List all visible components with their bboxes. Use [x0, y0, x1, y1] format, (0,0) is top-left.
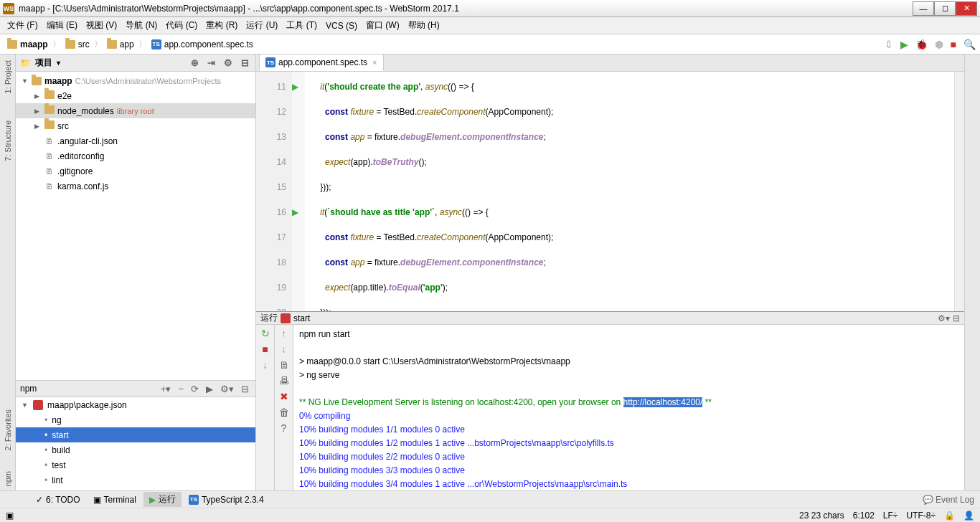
trash-button[interactable]: 🗑: [279, 407, 289, 418]
folder-icon: [32, 77, 42, 85]
structure-tool-button[interactable]: 7: Structure: [4, 118, 12, 164]
event-log-button[interactable]: 💬 Event Log: [923, 495, 974, 505]
settings-button[interactable]: ⚙: [222, 57, 235, 68]
breadcrumb-segment[interactable]: src: [62, 38, 93, 51]
npm-script-item[interactable]: •build: [16, 442, 255, 457]
tree-item[interactable]: 🗎.editorconfig: [16, 148, 255, 163]
tree-item[interactable]: 🗎karma.conf.js: [16, 179, 255, 194]
down-button[interactable]: ↓: [263, 359, 268, 371]
scroll-from-source-button[interactable]: ⊕: [189, 57, 201, 68]
clear-button[interactable]: ✖: [280, 391, 288, 402]
menu-item[interactable]: 帮助 (H): [405, 18, 443, 33]
tree-item[interactable]: ▶e2e: [16, 88, 255, 103]
npm-tool-button[interactable]: npm: [4, 468, 12, 489]
menu-item[interactable]: 运行 (U): [243, 18, 281, 33]
readonly-lock-icon[interactable]: 🔒: [944, 511, 955, 521]
chevron-right-icon: 〉: [52, 38, 61, 50]
rerun-button[interactable]: ↻: [261, 328, 270, 339]
tab-icon: ▶: [149, 495, 156, 505]
build-button[interactable]: ⇩: [885, 39, 893, 50]
npm-tree[interactable]: ▼ maapp\package.json •ng•start•build•tes…: [16, 397, 255, 490]
npm-script-item[interactable]: •start: [16, 427, 255, 442]
run-gutter[interactable]: ▶ ▶: [292, 72, 305, 311]
minimize-button[interactable]: —: [913, 1, 934, 16]
project-tool-button[interactable]: 1: Project: [4, 57, 12, 96]
breadcrumb-segment[interactable]: app: [104, 38, 137, 51]
bottom-tab[interactable]: ✓6: TODO: [30, 492, 86, 507]
favorites-tool-button[interactable]: 2: Favorites: [4, 407, 12, 453]
bottom-tab[interactable]: ▣Terminal: [88, 492, 142, 507]
status-bar: ✓6: TODO▣Terminal▶运行TSTypeScript 2.3.4 💬…: [0, 490, 980, 508]
status-bar-2: ▣ 23 23 chars 6:102 LF÷ UTF-8÷ 🔒 👤: [0, 508, 980, 522]
npm-refresh-button[interactable]: ⟳: [189, 384, 201, 394]
menu-item[interactable]: 工具 (T): [283, 18, 320, 33]
menu-item[interactable]: 文件 (F): [4, 18, 41, 33]
npm-remove-button[interactable]: −: [176, 384, 186, 394]
search-button[interactable]: 🔍: [963, 39, 976, 50]
folder-icon: [7, 40, 17, 49]
npm-root[interactable]: ▼ maapp\package.json: [16, 397, 255, 412]
tree-item[interactable]: 🗎.gitignore: [16, 163, 255, 179]
breadcrumb-segment[interactable]: maapp: [4, 38, 51, 51]
breadcrumb-segment[interactable]: TSapp.component.spec.ts: [149, 38, 256, 51]
npm-script-item[interactable]: •ng: [16, 412, 255, 427]
menu-item[interactable]: 视图 (V): [83, 18, 120, 33]
close-button[interactable]: ✕: [956, 1, 977, 16]
stop-process-button[interactable]: ■: [262, 343, 268, 355]
line-separator[interactable]: LF÷: [883, 511, 898, 521]
bottom-tab[interactable]: ▶运行: [143, 492, 182, 507]
debug-button[interactable]: 🐞: [915, 39, 928, 50]
npm-add-button[interactable]: +▾: [159, 384, 174, 394]
ts-icon: TS: [151, 39, 161, 49]
run-hide-button[interactable]: ⊟: [953, 313, 960, 323]
editor-tab[interactable]: TS app.component.spec.ts ×: [259, 54, 384, 71]
titlebar: WS maapp - [C:\Users\Administrator\Webst…: [0, 0, 980, 17]
project-tree[interactable]: ▼ maapp C:\Users\Administrator\WebstormP…: [16, 72, 255, 380]
tree-root[interactable]: ▼ maapp C:\Users\Administrator\WebstormP…: [16, 73, 255, 88]
code-editor[interactable]: 11121314151617181920 ▶ ▶ it('should crea…: [256, 72, 964, 311]
menu-item[interactable]: 编辑 (E): [44, 18, 80, 33]
coverage-button[interactable]: ⬢: [935, 39, 943, 50]
tree-item[interactable]: 🗎.angular-cli.json: [16, 133, 255, 148]
run-settings-button[interactable]: ⚙▾: [938, 313, 950, 323]
folder-icon: [44, 90, 55, 101]
collapse-all-button[interactable]: ⇥: [205, 57, 217, 68]
bottom-tab[interactable]: TSTypeScript 2.3.4: [183, 492, 270, 507]
stop-button[interactable]: ■: [951, 39, 956, 50]
npm-run-button[interactable]: ▶: [204, 384, 215, 394]
file-icon: 🗎: [44, 151, 55, 161]
console-output[interactable]: npm run start > maapp@0.0.0 start C:\Use…: [293, 325, 964, 494]
right-tool-rail: [964, 54, 980, 490]
hide-button[interactable]: ⊟: [239, 57, 251, 68]
maximize-button[interactable]: ◻: [934, 1, 956, 16]
folder-icon: [44, 105, 55, 116]
tab-icon: TS: [189, 495, 199, 505]
run-config-name: start: [293, 313, 310, 323]
editor-scrollbar[interactable]: [954, 72, 964, 311]
run-button[interactable]: ▶: [900, 39, 908, 50]
folder-icon: [107, 40, 117, 49]
export-button[interactable]: 🗎: [279, 359, 289, 371]
folder-icon: [44, 120, 55, 131]
print-button[interactable]: 🖶: [279, 375, 289, 386]
menu-item[interactable]: 重构 (R): [203, 18, 240, 33]
menu-item[interactable]: 导航 (N): [123, 18, 160, 33]
window-title: maapp - [C:\Users\Administrator\Webstorm…: [19, 4, 913, 14]
tree-item[interactable]: ▶src: [16, 118, 255, 133]
inspector-icon[interactable]: 👤: [963, 511, 974, 521]
npm-settings-button[interactable]: ⚙▾: [218, 384, 236, 394]
help-button[interactable]: ?: [281, 422, 287, 434]
npm-hide-button[interactable]: ⊟: [239, 384, 251, 394]
close-tab-button[interactable]: ×: [372, 58, 377, 67]
up-button[interactable]: ↑: [281, 328, 286, 339]
menu-item[interactable]: VCS (S): [323, 19, 360, 32]
down2-button[interactable]: ↓: [281, 343, 286, 355]
code-content[interactable]: it('should create the app', async(() => …: [305, 72, 954, 311]
npm-script-item[interactable]: •lint: [16, 473, 255, 488]
menu-item[interactable]: 代码 (C): [163, 18, 200, 33]
npm-script-item[interactable]: •test: [16, 457, 255, 473]
tree-item[interactable]: ▶node_modules library root: [16, 103, 255, 118]
encoding[interactable]: UTF-8÷: [906, 511, 936, 521]
tab-icon: ▣: [93, 495, 101, 505]
menu-item[interactable]: 窗口 (W): [363, 18, 402, 33]
